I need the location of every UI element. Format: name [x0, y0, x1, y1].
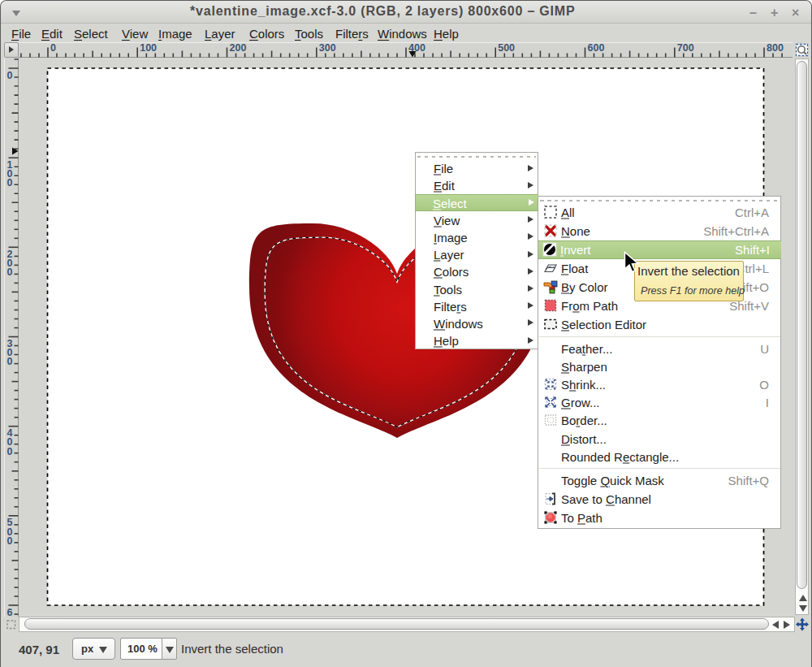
- svg-text:300: 300: [319, 42, 336, 54]
- svg-text:200: 200: [230, 42, 247, 54]
- svg-text:700: 700: [677, 42, 694, 54]
- svg-text:600: 600: [588, 42, 605, 54]
- svg-text:0: 0: [7, 177, 13, 188]
- svg-text:0: 0: [7, 266, 13, 278]
- svg-text:0: 0: [7, 70, 13, 81]
- svg-text:0: 0: [7, 356, 13, 367]
- svg-text:800: 800: [767, 42, 784, 54]
- svg-text:100: 100: [140, 42, 157, 54]
- svg-text:0: 0: [50, 42, 56, 54]
- svg-text:500: 500: [498, 42, 515, 54]
- svg-text:0: 0: [7, 446, 13, 457]
- svg-text:0: 0: [7, 535, 13, 547]
